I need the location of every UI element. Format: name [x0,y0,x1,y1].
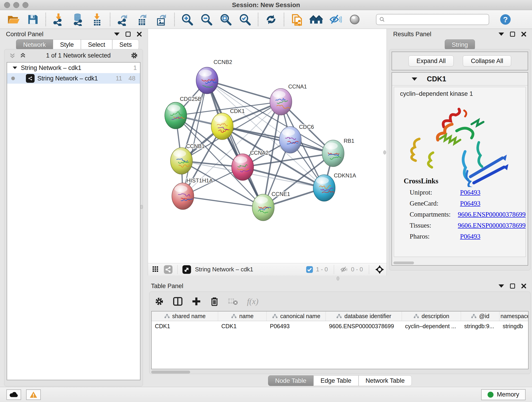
collapse-all-icon[interactable] [9,52,16,59]
level-of-detail-button[interactable] [347,12,362,27]
memory-button[interactable]: Memory [481,389,526,400]
network-node-HIST1H1A[interactable]: HIST1H1A [172,177,213,210]
export-image-button[interactable] [154,12,169,27]
table-cell[interactable]: 9606.ENSP00000378699 [326,321,402,331]
clone-network-button[interactable] [289,12,304,27]
table-cell[interactable]: P06493 [267,321,326,331]
network-node-CDK1[interactable]: CDK1 [211,108,245,140]
column-header-database-identifier[interactable]: database identifier [326,312,402,321]
close-panel-icon[interactable] [521,32,526,37]
export-table-button[interactable] [135,12,150,27]
collection-expand-icon[interactable] [13,66,17,69]
section-collapse-icon[interactable] [412,77,417,81]
float-panel-icon[interactable] [126,32,131,37]
network-row[interactable]: String Network – cdk1 11 48 [7,73,140,84]
crosslink-link[interactable]: 9606.ENSP00000378699 [458,211,526,218]
tab-network-table[interactable]: Network Table [359,375,412,386]
delete-column-icon[interactable] [210,296,219,306]
network-edge[interactable] [183,196,263,207]
network-type-button[interactable] [162,264,174,274]
cloud-status-button[interactable] [6,389,21,400]
toggle-graphics-details-button[interactable] [328,12,343,27]
panel-menu-icon[interactable] [114,32,120,36]
save-session-button[interactable] [25,12,40,27]
tab-style[interactable]: Style [53,39,81,50]
toolbar-search-field[interactable] [376,14,489,25]
import-table-file-button[interactable] [89,12,105,27]
splitter-handle[interactable] [336,276,339,281]
column-header-namespace[interactable]: namespace [500,312,529,321]
delete-table-icon-disabled[interactable] [228,297,238,306]
crosslink-link[interactable]: P06493 [460,233,481,240]
table-hscrollbar[interactable] [151,370,190,374]
add-column-icon[interactable] [191,297,201,306]
splitter-handle[interactable] [140,205,143,209]
network-edge[interactable] [207,80,263,207]
open-view-button[interactable] [181,264,193,274]
network-options-gear-icon[interactable] [130,51,138,59]
float-panel-icon[interactable] [510,32,515,37]
network-node-CCNB1[interactable]: CCNB1 [171,143,205,175]
selected-checkbox-icon[interactable] [306,266,313,273]
close-panel-icon[interactable] [137,32,142,37]
collapse-all-button[interactable]: Collapse All [463,56,511,66]
crosslink-link[interactable]: 9606.ENSP00000378699 [458,222,526,229]
float-panel-icon[interactable] [510,283,515,288]
column-header--id[interactable]: @id [461,312,500,321]
tab-select[interactable]: Select [81,39,112,50]
birds-eye-view-button[interactable] [150,264,162,274]
tab-edge-table[interactable]: Edge Table [313,375,359,386]
splitter-handle[interactable] [383,150,386,154]
column-header-description[interactable]: description [402,312,461,321]
network-node-CDC6[interactable]: CDC6 [279,124,314,153]
import-network-database-button[interactable] [70,12,85,27]
table-settings-gear-icon[interactable] [154,297,164,306]
show-columns-icon[interactable] [173,296,183,306]
zoom-out-button[interactable] [199,12,214,27]
table-cell[interactable]: CDK1 [218,321,267,331]
tab-node-table[interactable]: Node Table [268,375,313,386]
tab-string[interactable]: String [445,39,475,50]
warning-status-button[interactable] [26,389,41,400]
hidden-eye-icon[interactable] [340,266,348,273]
crosslink-link[interactable]: P06493 [460,200,481,207]
zoom-in-button[interactable] [180,12,195,27]
welcome-screen-button[interactable] [309,12,324,27]
horizontal-splitter[interactable] [148,275,387,281]
panel-menu-icon[interactable] [499,284,504,288]
help-button[interactable]: ? [498,12,513,27]
tab-sets[interactable]: Sets [112,39,139,50]
open-session-button[interactable] [6,12,21,27]
export-network-button[interactable] [115,12,131,27]
network-collection-row[interactable]: String Network – cdk1 1 [7,63,140,73]
expand-all-button[interactable]: Expand All [409,56,454,66]
results-hscrollbar[interactable] [393,262,414,264]
network-node-CCNA1[interactable]: CCNA1 [270,83,307,115]
network-edge[interactable] [207,80,281,102]
apply-layout-button[interactable] [264,12,279,27]
close-panel-icon[interactable] [521,283,526,289]
search-input[interactable] [387,16,486,23]
column-header-shared-name[interactable]: shared name [152,312,218,321]
network-node-RB1[interactable]: RB1 [322,138,355,167]
table-row[interactable]: CDK1CDK1P064939606.ENSP00000378699cyclin… [152,321,528,331]
panel-menu-icon[interactable] [499,32,504,36]
tab-network[interactable]: Network [16,39,53,50]
import-network-file-button[interactable] [51,12,66,27]
table-cell[interactable]: CDK1 [152,321,218,331]
function-builder-button[interactable]: f(x) [247,297,259,306]
table-cell[interactable]: cyclin–dependent ... [402,321,461,331]
table-cell[interactable]: stringdb:9... [461,321,500,331]
network-node-CDKN1A[interactable]: CDKN1A [313,172,356,202]
network-node-CCNB2[interactable]: CCNB2 [196,59,232,94]
column-header-name[interactable]: name [218,312,267,321]
column-header-canonical-name[interactable]: canonical name [267,312,326,321]
expand-all-icon[interactable] [19,52,26,59]
crosslink-link[interactable]: P06493 [460,189,481,196]
pan-mode-icon[interactable] [375,265,384,274]
network-canvas[interactable]: CCNB2CCNA1CDC25BCDK1CDC6RB1CCNB1CCNA2CDK… [148,29,387,263]
fit-content-button[interactable] [218,12,234,27]
network-edge[interactable] [222,126,333,153]
table-cell[interactable]: stringdb [500,321,529,331]
zoom-selected-button[interactable] [238,12,253,27]
